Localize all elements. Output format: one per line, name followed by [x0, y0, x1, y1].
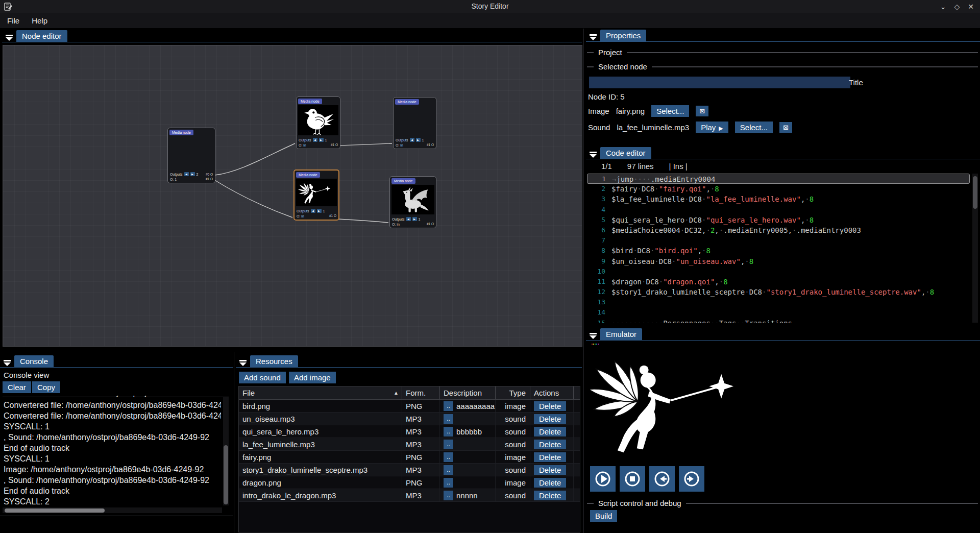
collapse-icon[interactable] [590, 33, 597, 39]
collapse-icon[interactable] [239, 359, 247, 365]
output-port[interactable]: #1 O [329, 213, 336, 218]
table-header[interactable]: File▲Form.DescriptionTypeActions [239, 386, 580, 400]
emulator-forward-button[interactable] [679, 466, 704, 492]
table-row[interactable]: dragon.pngPNG..imageDelete [239, 476, 580, 489]
outputs-increment-button[interactable]: ▶ [190, 172, 195, 176]
tab-resources[interactable]: Resources [250, 355, 298, 368]
description-edit-button[interactable]: .. [444, 452, 453, 462]
code-line[interactable]: 8$bird·DC8·"bird.qoi",·8 [587, 246, 970, 256]
outputs-increment-button[interactable]: ▶ [319, 138, 324, 142]
code-line[interactable]: 12$story1_drako_luminelle_sceptre·DC8·"s… [587, 287, 970, 297]
title-input[interactable] [589, 77, 850, 88]
delete-button[interactable]: Delete [534, 427, 566, 437]
emulator-stop-button[interactable] [620, 466, 645, 492]
minimize-icon[interactable]: ⌄ [940, 3, 946, 11]
outputs-decrement-button[interactable]: ◀ [410, 138, 414, 142]
table-row[interactable]: story1_drako_luminelle_sceptre.mp3MP3..s… [239, 464, 580, 476]
tab-code-editor[interactable]: Code editor [600, 147, 651, 159]
graph-node-choice[interactable]: Media nodeOutputs◀▶1O: in#1 O [393, 97, 436, 149]
delete-button[interactable]: Delete [534, 440, 566, 449]
code-line[interactable]: 14 [587, 307, 970, 318]
delete-button[interactable]: Delete [534, 478, 566, 488]
code-line[interactable]: 13 [587, 297, 970, 307]
close-icon[interactable]: ✕ [968, 3, 974, 11]
code-line[interactable]: 11$dragon·DC8·"dragon.qoi",·8 [587, 277, 970, 287]
column-header-file[interactable]: File▲ [239, 386, 402, 399]
description-edit-button[interactable]: .. [444, 427, 453, 437]
graph-node-dragon[interactable]: Media nodeOutputs◀▶1O: in#1 O [389, 176, 436, 228]
menu-file[interactable]: File [1, 14, 26, 27]
code-line[interactable]: 15············Personnages··Tags··Transit… [587, 318, 970, 323]
delete-button[interactable]: Delete [534, 465, 566, 475]
column-header-actions[interactable]: Actions [530, 386, 574, 399]
output-port[interactable]: #1 O [427, 222, 434, 226]
column-header-type[interactable]: Type [496, 386, 530, 399]
table-row[interactable]: la_fee_luminelle.mp3MP3..soundDelete [239, 438, 580, 451]
code-editor-text[interactable]: 1→jump····.mediaEntry00042$fairy·DC8·"fa… [587, 174, 970, 323]
table-row[interactable]: fairy.pngPNG..imageDelete [239, 451, 580, 464]
collapse-icon[interactable] [4, 359, 11, 365]
outputs-increment-button[interactable]: ▶ [416, 138, 421, 142]
add-image-button[interactable]: Add image [289, 372, 336, 383]
collapse-icon[interactable] [6, 34, 13, 40]
outputs-decrement-button[interactable]: ◀ [313, 138, 317, 142]
emulator-play-button[interactable] [590, 466, 616, 492]
code-line[interactable]: 5$qui_sera_le_hero·DC8·"qui_sera_le_hero… [587, 215, 970, 225]
graph-node-entry[interactable]: Media nodeOutputs◀▶2O: 1#0 O#1 O [167, 128, 215, 183]
sound-play-button[interactable]: Play▶ [696, 122, 728, 133]
menu-help[interactable]: Help [26, 14, 54, 27]
description-edit-button[interactable]: .. [444, 414, 453, 424]
code-line[interactable]: 1→jump····.mediaEntry0004 [587, 174, 970, 184]
graph-node-bird[interactable]: Media nodeOutputs◀▶1O: in#1 O [296, 96, 340, 149]
code-line[interactable]: 6$mediaChoice0004·DC32,·2,·.mediaEntry00… [587, 225, 970, 235]
console-hscrollbar-thumb[interactable] [5, 508, 105, 513]
console-log[interactable]: Convertered file: /home/anthony/ostproj/… [4, 400, 221, 507]
delete-button[interactable]: Delete [534, 401, 566, 411]
add-sound-button[interactable]: Add sound [239, 372, 286, 383]
image-clear-button[interactable]: ⊠ [696, 106, 708, 116]
sound-clear-button[interactable]: ⊠ [779, 122, 792, 133]
outputs-decrement-button[interactable]: ◀ [184, 172, 189, 176]
delete-button[interactable]: Delete [534, 491, 566, 500]
output-port[interactable]: #0 O [206, 172, 213, 177]
delete-button[interactable]: Delete [534, 452, 566, 462]
tab-emulator[interactable]: Emulator [600, 328, 642, 341]
node-editor-canvas[interactable]: Media nodeOutputs◀▶2O: 1#0 O#1 OMedia no… [3, 45, 582, 347]
table-row[interactable]: un_oiseau.mp3MP3..soundDelete [239, 413, 580, 425]
outputs-increment-button[interactable]: ▶ [412, 217, 417, 221]
tab-console[interactable]: Console [14, 355, 54, 368]
description-edit-button[interactable]: .. [444, 491, 453, 500]
outputs-increment-button[interactable]: ▶ [317, 209, 322, 213]
console-clear-button[interactable]: Clear [3, 381, 31, 393]
graph-node-fairy[interactable]: Media nodeOutputs◀▶1O: in#1 O [293, 169, 339, 221]
console-vscrollbar-thumb[interactable] [224, 445, 228, 504]
code-line[interactable]: 9$un_oiseau·DC8·"un_oiseau.wav",·8 [587, 256, 970, 266]
collapse-icon[interactable] [590, 151, 597, 157]
output-port[interactable]: #1 O [206, 177, 213, 181]
code-line[interactable]: 2$fairy·DC8·"fairy.qoi",·8 [587, 184, 970, 194]
output-port[interactable]: #1 O [331, 142, 338, 147]
outputs-decrement-button[interactable]: ◀ [406, 217, 411, 221]
description-edit-button[interactable]: .. [444, 478, 453, 488]
column-header-form[interactable]: Form. [402, 386, 440, 399]
table-row[interactable]: intro_drako_le_dragon.mp3MP3..nnnnnsound… [239, 489, 580, 502]
table-row[interactable]: bird.pngPNG..aaaaaaaaaimageDelete [239, 400, 580, 413]
description-edit-button[interactable]: .. [444, 401, 453, 411]
maximize-icon[interactable]: ◇ [954, 3, 960, 11]
column-header-description[interactable]: Description [440, 386, 496, 399]
console-copy-button[interactable]: Copy [32, 381, 60, 393]
delete-button[interactable]: Delete [534, 414, 566, 424]
code-line[interactable]: 3$la_fee_luminelle·DC8·"la_fee_luminelle… [587, 194, 970, 204]
description-edit-button[interactable]: .. [444, 465, 453, 475]
code-vscrollbar-thumb[interactable] [973, 176, 977, 209]
image-select-button[interactable]: Select... [651, 105, 689, 117]
table-row[interactable]: qui_sera_le_hero.mp3MP3..bbbbbbsoundDele… [239, 425, 580, 438]
emulator-rewind-button[interactable] [649, 466, 675, 492]
build-button[interactable]: Build [590, 510, 617, 522]
code-line[interactable]: 10 [587, 266, 970, 277]
output-port[interactable]: #1 O [427, 142, 434, 147]
collapse-icon[interactable] [590, 332, 597, 338]
outputs-decrement-button[interactable]: ◀ [311, 209, 315, 213]
tab-properties[interactable]: Properties [600, 30, 646, 42]
code-line[interactable]: 7 [587, 235, 970, 246]
